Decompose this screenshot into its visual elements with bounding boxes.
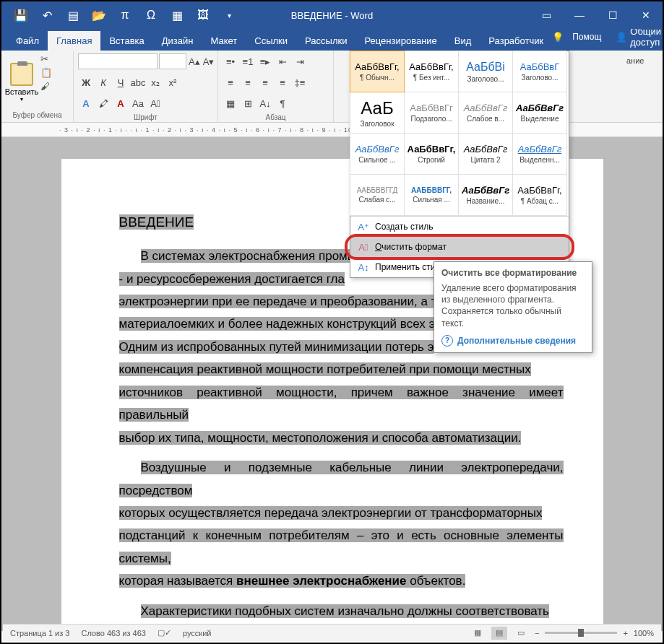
proofing-icon[interactable]: ▢✓ (158, 628, 171, 638)
highlight-icon[interactable]: 🖍 (95, 95, 111, 111)
text-effects-icon[interactable]: A (78, 95, 94, 111)
close-button[interactable]: ✕ (629, 1, 663, 29)
style-item[interactable]: АаБбВвГгВыделение (512, 92, 567, 134)
style-item[interactable]: АаБбВвГЗаголово... (512, 51, 567, 92)
style-sample: АаБбВвГг (464, 144, 508, 155)
qat-dropdown-icon[interactable]: ▾ (223, 9, 236, 22)
picture-icon[interactable]: 🖼 (197, 9, 210, 22)
style-item[interactable]: АаБбВвГгЦитата 2 (458, 133, 513, 175)
underline-button[interactable]: Ч (113, 74, 129, 90)
style-item[interactable]: АаБбВвГгВыделенн... (512, 133, 567, 175)
tab-view[interactable]: Вид (446, 31, 480, 51)
bold-button[interactable]: Ж (78, 74, 94, 90)
tab-file[interactable]: Файл (7, 31, 48, 51)
tab-developer[interactable]: Разработчик (480, 31, 552, 51)
tab-layout[interactable]: Макет (202, 31, 246, 51)
style-item[interactable]: АаБбВвГгСлабое в... (458, 92, 513, 134)
read-mode-icon[interactable]: ▦ (470, 627, 486, 640)
font-name-input[interactable] (78, 53, 158, 69)
sort-icon[interactable]: A↓ (257, 95, 273, 111)
status-lang[interactable]: русский (183, 629, 211, 638)
tooltip-body: Удаление всего форматирования из выделен… (441, 282, 585, 329)
web-layout-icon[interactable]: ▭ (513, 627, 529, 640)
zoom-out-icon[interactable]: − (535, 629, 539, 638)
maximize-button[interactable]: ☐ (596, 1, 629, 29)
style-item[interactable]: ААББВВГГ,Сильная ... (404, 174, 459, 216)
styles-gallery: АаБбВвГг,¶ Обычн...АаБбВвГг,¶ Без инт...… (350, 51, 569, 278)
lightbulb-icon: 💡 (552, 32, 564, 43)
style-item[interactable]: АаБЗаголовок (350, 92, 405, 134)
doc-line: источников реактивной мощности, причем в… (119, 386, 564, 422)
ribbon-options-icon[interactable]: ▭ (530, 1, 563, 29)
strike-button[interactable]: abc (130, 74, 146, 90)
line-spacing-icon[interactable]: ‡≡ (292, 74, 308, 90)
style-item[interactable]: АаБбВвГг,¶ Без инт... (404, 51, 459, 92)
style-item[interactable]: АаБбВвГгПодзаголо... (404, 92, 459, 134)
tab-review[interactable]: Рецензирование (355, 31, 445, 51)
new-icon[interactable]: ▤ (66, 9, 79, 22)
show-marks-icon[interactable]: ¶ (275, 95, 290, 111)
zoom-level[interactable]: 100% (634, 629, 654, 638)
style-item[interactable]: АаБбВвГгНазвание... (458, 174, 513, 216)
undo-icon[interactable]: ↶ (40, 9, 53, 22)
style-item[interactable]: ААББВВГГДСлабая с... (350, 174, 405, 216)
status-page[interactable]: Страница 1 из 3 (10, 629, 69, 638)
align-right-icon[interactable]: ≡ (257, 74, 273, 90)
outdent-icon[interactable]: ⇤ (275, 53, 290, 69)
paste-button[interactable]: Вставить ▾ (6, 53, 38, 111)
ribbon-tabs: Файл Главная Вставка Дизайн Макет Ссылки… (1, 29, 663, 51)
tab-home[interactable]: Главная (48, 31, 100, 51)
style-sample: АаБ (361, 98, 393, 118)
style-item[interactable]: АаБбВіЗаголово... (458, 51, 513, 92)
style-item[interactable]: АаБбВвГгСильное ... (350, 133, 405, 175)
font-color-icon[interactable]: A (113, 95, 129, 111)
tell-me-input[interactable]: Помощ (568, 29, 605, 45)
style-sample: АаБбВвГг (462, 185, 509, 196)
align-left-icon[interactable]: ≡ (223, 74, 238, 90)
align-center-icon[interactable]: ≡ (240, 74, 256, 90)
zoom-slider[interactable] (545, 632, 617, 634)
multilevel-icon[interactable]: ≡▸ (257, 53, 273, 69)
cut-icon[interactable]: ✂ (40, 53, 52, 64)
copy-icon[interactable]: 📋 (40, 67, 52, 78)
doc-line: Одним из испробованных путей минимизации… (119, 340, 434, 354)
equation-icon[interactable]: π (118, 9, 131, 22)
shading-icon[interactable]: ▦ (223, 95, 238, 111)
font-size-input[interactable] (159, 53, 186, 69)
style-name: Сильная ... (406, 196, 457, 204)
save-icon[interactable]: 💾 (14, 9, 27, 22)
minimize-button[interactable]: — (563, 1, 596, 29)
bullets-icon[interactable]: ≡• (223, 53, 238, 69)
style-item[interactable]: АаБбВвГг,¶ Обычн... (350, 51, 405, 92)
tab-references[interactable]: Ссылки (246, 31, 296, 51)
italic-button[interactable]: К (95, 74, 111, 90)
print-layout-icon[interactable]: ▤ (491, 627, 507, 640)
change-case-icon[interactable]: Aa (130, 95, 146, 111)
tab-insert[interactable]: Вставка (100, 31, 152, 51)
clear-format-icon[interactable]: A⃠ (147, 95, 163, 111)
zoom-in-icon[interactable]: + (623, 629, 627, 638)
superscript-button[interactable]: x² (165, 74, 181, 90)
justify-icon[interactable]: ≡ (275, 74, 290, 90)
indent-icon[interactable]: ⇥ (292, 53, 308, 69)
tab-design[interactable]: Дизайн (153, 31, 202, 51)
doc-line: электроэнергии при ее передаче и преобра… (119, 295, 444, 308)
tab-mailings[interactable]: Рассылки (296, 31, 355, 51)
menu-create-style[interactable]: A⁺ Создать стиль (350, 217, 569, 237)
style-item[interactable]: АаБбВвГг,¶ Абзац с... (512, 174, 567, 216)
subscript-button[interactable]: x₂ (147, 74, 163, 90)
open-icon[interactable]: 📂 (92, 9, 105, 22)
menu-clear-format[interactable]: A⃠ Очистить формат (350, 237, 569, 257)
symbol-icon[interactable]: Ω (145, 9, 158, 22)
table-icon[interactable]: ▦ (171, 9, 184, 22)
doc-line: - и ресурсосбережения достигается гла (119, 272, 345, 286)
grow-font-icon[interactable]: A▴ (188, 53, 201, 69)
format-painter-icon[interactable]: 🖌 (40, 81, 52, 92)
group-font: A▴ A▾ Ж К Ч abc x₂ x² A 🖍 A Aa A⃠ Шрифт (74, 51, 218, 122)
status-words[interactable]: Слово 463 из 463 (81, 629, 146, 638)
style-item[interactable]: АаБбВвГг,Строгий (404, 133, 459, 175)
shrink-font-icon[interactable]: A▾ (202, 53, 215, 69)
tooltip-link[interactable]: Дополнительные сведения (441, 335, 585, 347)
borders-icon[interactable]: ⊞ (240, 95, 256, 111)
numbering-icon[interactable]: ≡1 (240, 53, 256, 69)
